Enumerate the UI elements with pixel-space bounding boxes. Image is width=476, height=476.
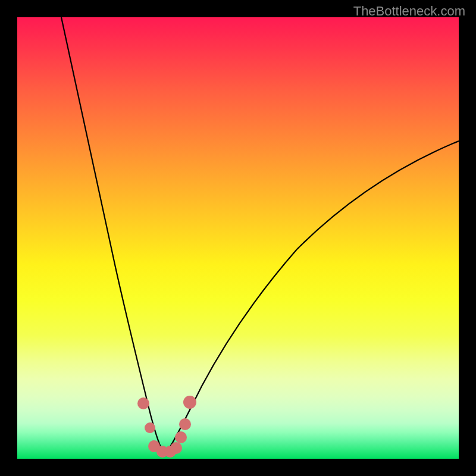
right-branch-curve [165, 141, 459, 455]
bottleneck-dot-cluster [137, 396, 196, 458]
cluster-dot [179, 418, 191, 430]
cluster-dot [183, 396, 196, 409]
plot-area [17, 17, 459, 459]
cluster-dot [145, 422, 155, 433]
cluster-dot [170, 442, 182, 454]
left-branch-curve [61, 17, 165, 455]
watermark-text: TheBottleneck.com [353, 4, 465, 19]
cluster-dot [175, 431, 187, 443]
curve-layer [17, 17, 459, 459]
cluster-dot [137, 397, 149, 409]
